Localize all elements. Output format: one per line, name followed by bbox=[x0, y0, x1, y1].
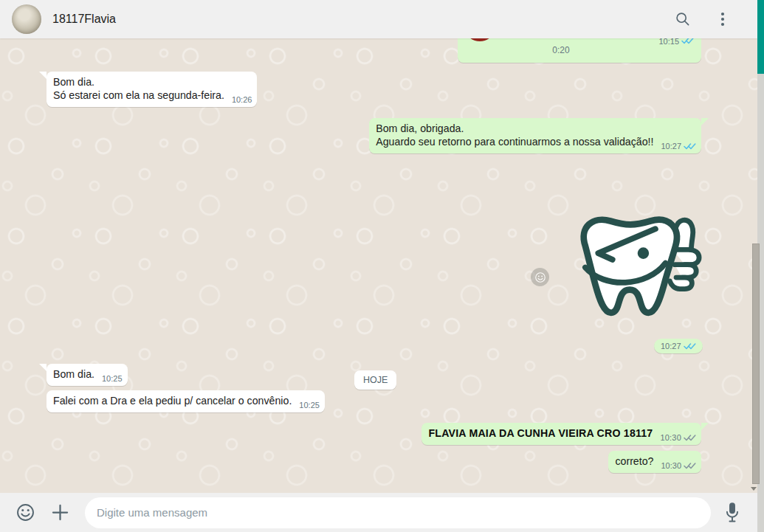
message-time: 10:27 bbox=[661, 342, 681, 350]
message-time: 10:25 bbox=[102, 372, 123, 385]
message-text: Bom dia, obrigada. bbox=[376, 122, 696, 135]
double-check-icon bbox=[684, 434, 696, 442]
message-time: 10:25 bbox=[299, 398, 320, 412]
voice-mic-icon bbox=[499, 38, 514, 43]
message-bubble[interactable]: Bom dia.10:25 bbox=[47, 364, 128, 386]
message-time: 10:15 bbox=[658, 38, 679, 48]
message-time: 10:30 bbox=[661, 459, 681, 472]
contact-avatar[interactable] bbox=[12, 4, 41, 34]
double-check-icon bbox=[681, 38, 694, 45]
message-text: Bom dia. bbox=[53, 368, 94, 380]
scrollbar-down-arrow-icon[interactable] bbox=[751, 487, 757, 491]
message-bubble[interactable]: correto?10:30 bbox=[608, 451, 701, 473]
message-text: Só estarei com ela na segunda-feira. bbox=[53, 89, 224, 101]
mic-input-icon[interactable] bbox=[724, 502, 740, 524]
tooth-sticker[interactable] bbox=[557, 209, 703, 327]
composer-bar bbox=[0, 493, 757, 532]
scrollbar-thumb[interactable] bbox=[752, 243, 760, 484]
message-text: correto? bbox=[615, 455, 653, 467]
search-icon[interactable] bbox=[675, 11, 691, 27]
teal-edge-strip bbox=[757, 0, 764, 74]
message-bubble[interactable]: Bom dia, obrigada. Aguardo seu retorno p… bbox=[369, 118, 701, 153]
message-time: 10:26 bbox=[232, 93, 252, 106]
voice-sender-avatar bbox=[464, 38, 496, 41]
double-check-icon bbox=[684, 142, 696, 151]
menu-icon[interactable] bbox=[716, 11, 729, 27]
emoji-icon[interactable] bbox=[16, 502, 35, 522]
sticker-timestamp: 10:27 bbox=[654, 339, 703, 353]
attach-icon[interactable] bbox=[50, 502, 70, 522]
whatsapp-window: 18117Flavia bbox=[0, 0, 764, 532]
chat-header: 18117Flavia bbox=[0, 0, 757, 38]
double-check-icon bbox=[684, 342, 696, 350]
message-text: Bom dia. bbox=[53, 75, 252, 89]
date-divider: HOJE bbox=[354, 370, 396, 390]
message-bubble[interactable]: Falei com a Dra e ela pediu p/ cancelar … bbox=[47, 390, 325, 412]
message-bubble[interactable]: Bom dia. Só estarei com ela na segunda-f… bbox=[47, 72, 257, 107]
double-check-icon bbox=[684, 462, 696, 470]
message-text: Aguardo seu retorno para continuarmos a … bbox=[376, 136, 653, 148]
chat-scroll-area[interactable]: 0:20 10:15 Bom dia. Só estarei com ela n… bbox=[0, 38, 764, 493]
message-bubble[interactable]: FLAVIA MAIA DA CUNHA VIEIRA CRO 1811710:… bbox=[421, 423, 701, 445]
contact-name[interactable]: 18117Flavia bbox=[52, 13, 116, 26]
message-text: FLAVIA MAIA DA CUNHA VIEIRA CRO 18117 bbox=[428, 427, 653, 439]
voice-message-bubble[interactable]: 0:20 10:15 bbox=[458, 38, 701, 63]
message-time: 10:30 bbox=[660, 431, 681, 444]
message-time: 10:27 bbox=[661, 139, 681, 153]
message-input[interactable] bbox=[85, 497, 711, 528]
reaction-icon[interactable] bbox=[531, 268, 549, 286]
voice-duration: 0:20 bbox=[545, 44, 577, 57]
message-text: Falei com a Dra e ela pediu p/ cancelar … bbox=[53, 395, 292, 407]
